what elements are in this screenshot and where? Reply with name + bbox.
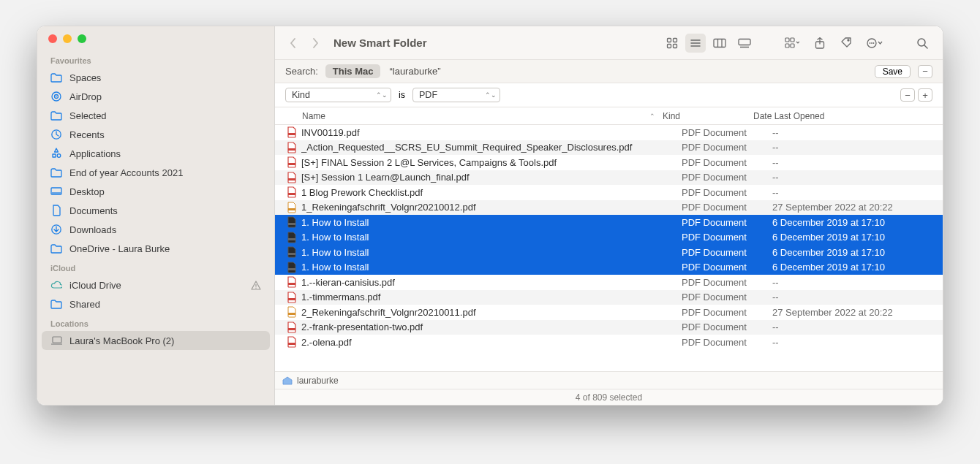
file-name: 1. How to Install (301, 217, 682, 228)
scope-this-mac[interactable]: This Mac (325, 64, 381, 78)
table-row[interactable]: 1. How to InstallPDF Document6 December … (275, 260, 943, 275)
pdf-file-icon (285, 172, 297, 183)
table-row[interactable]: 2.-olena.pdfPDF Document-- (275, 335, 943, 350)
svg-rect-49 (288, 313, 295, 315)
column-view-button[interactable] (709, 34, 731, 53)
file-name: 1. How to Install (301, 262, 682, 273)
gallery-view-button[interactable] (734, 34, 755, 53)
sidebar-item-spaces[interactable]: Spaces (37, 68, 274, 87)
pdf-file-icon (285, 202, 297, 213)
remove-criteria-button[interactable]: − (918, 65, 932, 78)
file-name: 1 Blog Prework Checklist.pdf (301, 187, 682, 198)
action-button[interactable] (862, 34, 887, 53)
back-button[interactable] (285, 34, 301, 52)
table-row[interactable]: [S+] Session 1 Learn@Launch_final.pdfPDF… (275, 170, 943, 186)
sidebar-item-documents[interactable]: Documents (37, 201, 274, 220)
pdf-file-icon (285, 336, 297, 348)
sidebar-item-label: Spaces (69, 72, 101, 83)
file-date: 6 December 2019 at 17:10 (769, 262, 943, 273)
column-kind[interactable]: Kind (663, 111, 750, 121)
file-name: 1.-timmermans.pdf (301, 292, 682, 303)
tags-button[interactable] (836, 34, 856, 53)
sidebar-item-onedrive-laura-burke[interactable]: OneDrive - Laura Burke (37, 239, 274, 258)
table-row[interactable]: 1. How to InstallPDF Document6 December … (275, 230, 943, 246)
file-name: [S+] FINAL Session 2 L@L Services, Campa… (301, 157, 682, 168)
criteria-value-dropdown[interactable]: PDF ⌃⌄ (412, 88, 500, 102)
file-date: -- (769, 292, 943, 303)
chevron-updown-icon: ⌃⌄ (376, 91, 388, 99)
table-row[interactable]: 1.-timmermans.pdfPDF Document-- (275, 290, 943, 305)
sidebar-item-label: Desktop (69, 186, 105, 197)
criteria-attribute-dropdown[interactable]: Kind ⌃⌄ (285, 88, 391, 102)
pdf-file-icon (285, 306, 297, 318)
minimize-button[interactable] (63, 34, 72, 43)
table-row[interactable]: 1_Rekeningafschrift_Volgnr20210012.pdfPD… (275, 200, 943, 216)
clock-icon (50, 129, 62, 140)
file-date: -- (769, 322, 943, 332)
column-date-last-opened[interactable]: Date Last Opened (750, 111, 943, 121)
sidebar-item-shared[interactable]: Shared (37, 294, 274, 313)
file-name: 1. How to Install (301, 247, 682, 258)
criteria-remove-button[interactable]: − (900, 88, 915, 102)
path-bar[interactable]: lauraburke (275, 371, 943, 389)
criteria-add-button[interactable]: + (918, 88, 932, 102)
sidebar-section-label: Favourites (37, 50, 274, 68)
forward-button[interactable] (307, 34, 323, 52)
table-row[interactable]: [S+] FINAL Session 2 L@L Services, Campa… (275, 155, 943, 170)
sidebar-item-recents[interactable]: Recents (37, 125, 274, 144)
table-row[interactable]: 1 Blog Prework Checklist.pdfPDF Document… (275, 185, 943, 200)
svg-rect-40 (288, 178, 295, 180)
window-title: New Smart Folder (333, 37, 427, 49)
zoom-button[interactable] (78, 34, 86, 43)
table-row[interactable]: 1. How to InstallPDF Document6 December … (275, 245, 943, 260)
sidebar-item-label: Applications (69, 148, 121, 159)
svg-point-34 (873, 42, 875, 44)
svg-rect-44 (288, 238, 295, 240)
folder-icon (50, 243, 62, 254)
sidebar-section-label: Locations (37, 313, 274, 331)
svg-rect-50 (288, 328, 295, 330)
sidebar-item-label: Laura's MacBook Pro (2) (69, 335, 174, 346)
sidebar-item-label: iCloud Drive (69, 280, 121, 291)
sidebar-item-desktop[interactable]: Desktop (37, 182, 274, 201)
svg-rect-39 (288, 163, 295, 165)
sidebar-item-airdrop[interactable]: AirDrop (37, 87, 274, 106)
column-name[interactable]: Name ⌃ (275, 111, 663, 121)
svg-rect-28 (791, 44, 794, 47)
table-row[interactable]: _Action_Requested__SCRS_EU_Summit_Requir… (275, 140, 943, 156)
svg-point-9 (255, 287, 256, 288)
table-row[interactable]: 1.--kieran-canisius.pdfPDF Document-- (275, 275, 943, 290)
svg-line-36 (924, 45, 927, 48)
table-row[interactable]: 2.-frank-presentation-two.pdfPDF Documen… (275, 320, 943, 335)
svg-rect-51 (288, 343, 295, 345)
sidebar-item-applications[interactable]: Applications (37, 144, 274, 163)
save-search-button[interactable]: Save (875, 65, 911, 78)
svg-point-32 (870, 42, 871, 44)
criteria-attribute-value: Kind (292, 90, 310, 100)
table-row[interactable]: INV00119.pdfPDF Document-- (275, 125, 943, 140)
file-date: 27 September 2022 at 20:22 (769, 202, 943, 213)
group-button[interactable] (780, 34, 804, 53)
table-row[interactable]: 2_Rekeningafschrift_Volgnr20210011.pdfPD… (275, 305, 943, 320)
search-button[interactable] (912, 34, 932, 53)
sidebar-item-downloads[interactable]: Downloads (37, 220, 274, 239)
sidebar-item-icloud-drive[interactable]: iCloud Drive (37, 275, 274, 294)
pdf-file-icon (285, 246, 297, 258)
svg-point-30 (848, 39, 849, 41)
svg-rect-10 (53, 337, 61, 343)
table-row[interactable]: 1. How to InstallPDF Document6 December … (275, 215, 943, 230)
list-view-button[interactable] (685, 34, 706, 53)
sidebar-item-selected[interactable]: Selected (37, 106, 274, 125)
close-button[interactable] (48, 34, 57, 43)
airdrop-icon (50, 91, 62, 102)
scope-user-folder[interactable]: “lauraburke” (382, 64, 448, 78)
file-kind: PDF Document (682, 292, 769, 303)
pdf-file-icon (285, 276, 297, 288)
share-button[interactable] (810, 34, 830, 53)
sidebar-item-laura-s-macbook-pro-2-[interactable]: Laura's MacBook Pro (2) (42, 331, 270, 350)
icon-view-button[interactable] (662, 34, 682, 53)
sidebar-item-end-of-year-accounts-2021[interactable]: End of year Accounts 2021 (37, 163, 274, 182)
sidebar-item-label: Downloads (69, 224, 116, 235)
file-list: INV00119.pdfPDF Document--_Action_Reques… (275, 125, 943, 371)
sidebar: FavouritesSpacesAirDropSelectedRecentsAp… (37, 26, 275, 405)
